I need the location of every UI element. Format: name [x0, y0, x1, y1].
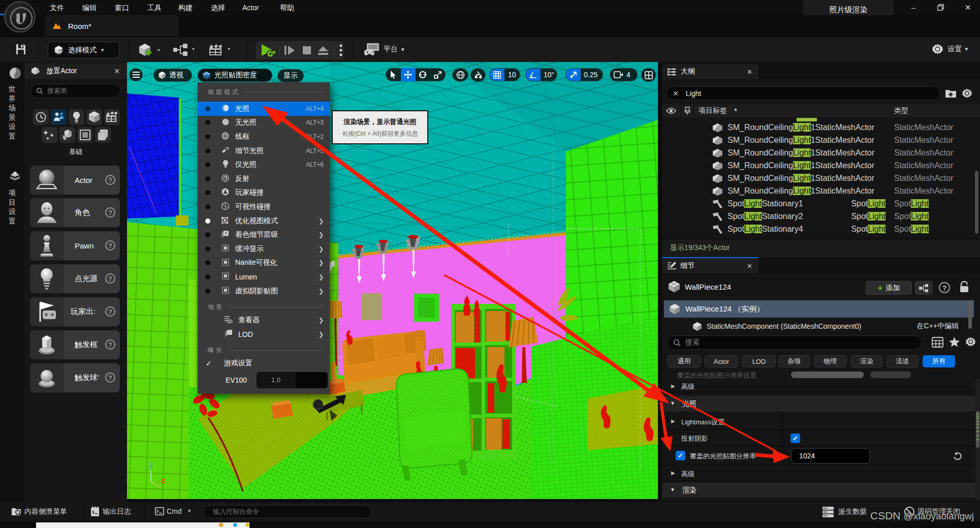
svg-text:-X: -X: [159, 477, 166, 485]
svg-text:Z: Z: [148, 461, 153, 470]
